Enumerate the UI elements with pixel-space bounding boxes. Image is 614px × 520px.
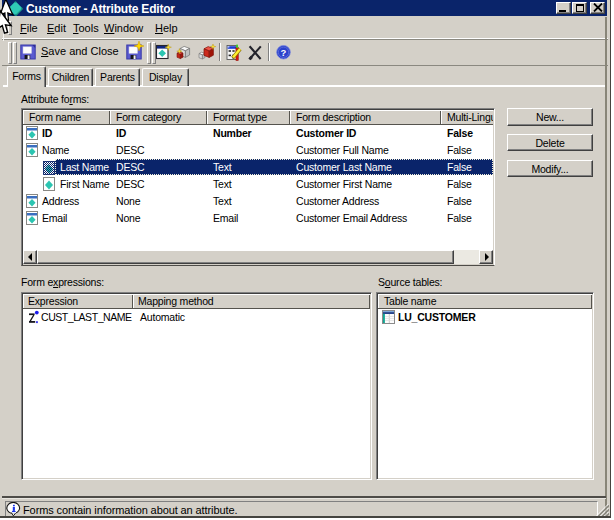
svg-text:?: ? xyxy=(280,47,286,58)
